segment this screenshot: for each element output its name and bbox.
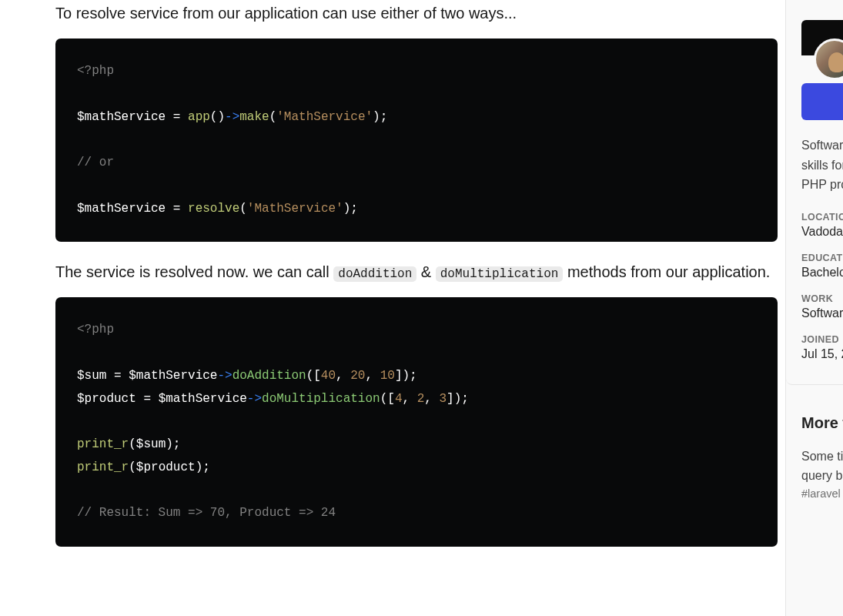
author-meta-education: EDUCATION Bachelor of Engineering	[786, 246, 843, 280]
code-comment-or: // or	[77, 156, 114, 169]
author-header	[786, 0, 843, 77]
paragraph-intro: To resolve service from our application …	[55, 2, 778, 25]
code-var: $mathService	[77, 110, 166, 124]
meta-value-work: Software Engineer	[801, 306, 843, 320]
meta-value-joined: Jul 15, 2019	[801, 347, 843, 361]
more-from-title: More from	[801, 414, 843, 432]
meta-label-education: EDUCATION	[801, 253, 843, 263]
code-block-resolve: <?php $mathService = app()->make('MathSe…	[55, 38, 778, 242]
author-bio: Software engineer with 5+ years of skill…	[786, 131, 843, 206]
follow-button[interactable]: Follow	[801, 83, 843, 120]
author-meta-location: LOCATION Vadodara, India	[786, 206, 843, 239]
more-from-entry[interactable]: Some tips for Laravel Eloquent query bui…	[801, 447, 843, 503]
meta-label-work: WORK	[801, 293, 843, 304]
php-open: <?php	[77, 64, 114, 78]
author-card: Follow Software engineer with 5+ years o…	[786, 0, 843, 385]
code-comment-result: // Result: Sum => 70, Product => 24	[77, 506, 336, 520]
inline-code-domultiplication: doMultiplication	[436, 266, 564, 282]
code-block-usage: <?php $sum = $mathService->doAddition([4…	[55, 297, 778, 547]
meta-label-joined: JOINED	[801, 334, 843, 345]
paragraph-resolved: The service is resolved now. we can call…	[55, 260, 778, 283]
author-meta-work: WORK Software Engineer	[786, 287, 843, 320]
author-meta-joined: JOINED Jul 15, 2019	[786, 328, 843, 361]
sidebar: Follow Software engineer with 5+ years o…	[785, 0, 843, 616]
more-from-card: More from Some tips for Laravel Eloquent…	[786, 400, 843, 511]
more-from-entry-title: Some tips for Laravel Eloquent query bui…	[801, 447, 843, 486]
meta-label-location: LOCATION	[801, 212, 843, 223]
meta-value-education: Bachelor of Engineering	[801, 266, 843, 280]
meta-value-location: Vadodara, India	[801, 225, 843, 239]
more-from-entry-tag: #laravel	[801, 485, 843, 502]
inline-code-doaddition: doAddition	[333, 266, 416, 282]
article-body: To resolve service from our application …	[0, 0, 778, 565]
avatar-face	[828, 52, 843, 72]
